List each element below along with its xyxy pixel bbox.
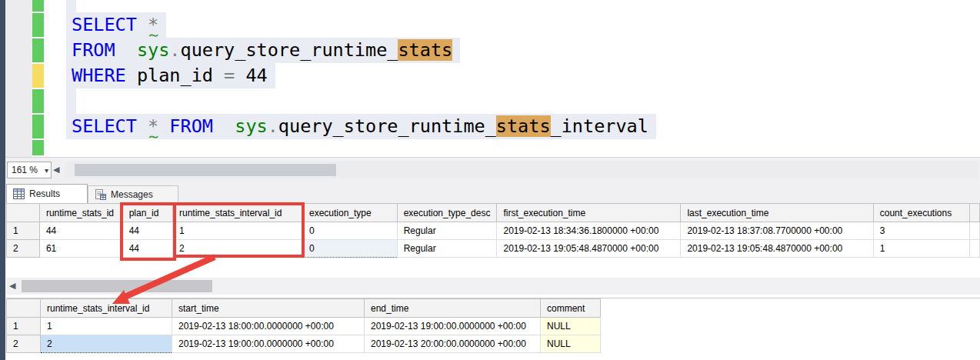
grid2-header-start_time[interactable]: start_time	[172, 299, 365, 318]
tab-results-label: Results	[29, 188, 60, 199]
ssms-window: SELECT *FROM sys.query_store_runtime_sta…	[0, 0, 980, 360]
tab-results[interactable]: Results	[6, 184, 88, 203]
grid1-cell[interactable]: 2019-02-13 18:37:08.7700000 +00:00	[681, 222, 873, 240]
code-line[interactable]: WHERE plan_id = 44	[66, 63, 275, 88]
window-edge-strip	[0, 0, 5, 360]
results-hscrollbar[interactable]: ◀	[6, 278, 980, 295]
grid1-cell[interactable]: 1	[173, 222, 303, 240]
code-token: FROM	[169, 115, 213, 137]
grid2-row: 112019-02-13 18:00:00.0000000 +00:002019…	[7, 318, 601, 335]
grid2-cell[interactable]: 2019-02-13 19:00:00.0000000 +00:00	[365, 318, 541, 335]
code-token: 44	[235, 65, 267, 86]
grid1-cell[interactable]: 2019-02-13 18:34:36.1800000 +00:00	[497, 222, 681, 240]
grid1-cell[interactable]: Regular	[397, 240, 497, 258]
grid2-header-end_time[interactable]: end_time	[365, 299, 541, 318]
squiggle-underline-token: *	[148, 14, 158, 35]
results-hscrollbar-thumb[interactable]	[22, 280, 212, 292]
matched-text-highlight: stats	[398, 39, 452, 61]
matched-text-highlight: stats	[496, 115, 551, 137]
editor-hscrollbar-track[interactable]	[65, 162, 978, 178]
grid2-cell[interactable]: NULL	[541, 318, 601, 335]
grid1-cell[interactable]	[969, 222, 979, 240]
grid2-header-blank[interactable]	[7, 299, 41, 318]
grid2-cell[interactable]: 2019-02-13 18:00:00.0000000 +00:00	[172, 318, 365, 335]
sql-editor[interactable]: SELECT *FROM sys.query_store_runtime_sta…	[5, 0, 980, 157]
grid1-row: 2614420Regular2019-02-13 19:05:48.487000…	[7, 240, 980, 258]
grid2-row: 222019-02-13 19:00:00.0000000 +00:002019…	[7, 335, 601, 353]
grid1-cell[interactable]: 44	[122, 222, 172, 240]
grid1-cell[interactable]: 2019-02-13 19:05:48.4870000 +00:00	[681, 240, 873, 258]
grid1-cell[interactable]: 0	[302, 240, 397, 258]
grid1-header-plan_id[interactable]: plan_id	[122, 204, 172, 222]
code-line[interactable]: FROM sys.query_store_runtime_stats	[66, 38, 460, 63]
grid1-header-runtime_stats_interval_id[interactable]: runtime_stats_interval_id	[173, 204, 303, 222]
code-token: .	[169, 39, 180, 61]
code-token: query_store_runtime_	[278, 115, 496, 137]
results-grid-runtime-stats: runtime_stats_idplan_idruntime_stats_int…	[6, 203, 980, 258]
grid1-cell[interactable]: 61	[39, 240, 122, 258]
code-token	[137, 115, 148, 137]
code-token: .	[268, 115, 278, 137]
editor-zoom-select[interactable]: 161 % ▾	[7, 162, 52, 178]
row-number-cell[interactable]: 2	[7, 335, 41, 353]
grid1-cell[interactable]: 0	[302, 222, 397, 240]
grid1-header-runtime_stats_id[interactable]: runtime_stats_id	[39, 204, 122, 222]
grid1-cell[interactable]	[969, 240, 979, 258]
squiggle-underline-token: *	[148, 115, 158, 137]
grid1-row: 1444410Regular2019-02-13 18:34:36.180000…	[7, 222, 980, 240]
code-token: plan_id	[126, 65, 224, 86]
grid1-header-blank[interactable]	[969, 204, 979, 222]
grid1-cell[interactable]: 2	[173, 240, 303, 258]
row-number-cell[interactable]: 1	[7, 222, 40, 240]
zoom-level-value: 161 %	[12, 165, 38, 175]
grid1-cell[interactable]: 2019-02-13 19:05:48.4870000 +00:00	[497, 240, 681, 258]
grid1-cell[interactable]: 44	[39, 222, 122, 240]
code-token: query_store_runtime_	[181, 39, 398, 61]
grid1-header-last_execution_time[interactable]: last_execution_time	[681, 204, 873, 222]
tab-messages[interactable]: Messages	[88, 185, 178, 203]
grid2-cell[interactable]: 2019-02-13 20:00:00.0000000 +00:00	[365, 335, 541, 353]
row-number-cell[interactable]: 1	[7, 318, 41, 335]
code-token: FROM	[72, 39, 115, 61]
tab-messages-label: Messages	[111, 189, 153, 200]
grid2-cell[interactable]: NULL	[541, 335, 601, 353]
results-tabstrip: Results Messages	[5, 182, 980, 203]
code-token: SELECT	[72, 14, 137, 35]
grid2-cell[interactable]: 1	[41, 318, 172, 335]
grid2-cell[interactable]: 2	[41, 335, 172, 353]
code-token: sys	[235, 115, 267, 137]
code-line[interactable]: SELECT *	[66, 12, 166, 38]
grid1-header-execution_type_desc[interactable]: execution_type_desc	[397, 204, 497, 222]
code-line[interactable]: SELECT * FROM sys.query_store_runtime_st…	[66, 114, 656, 139]
code-token	[158, 115, 169, 137]
editor-bottom-bar: 161 % ▾ ◀	[5, 157, 980, 182]
grid1-cell[interactable]: Regular	[397, 222, 497, 240]
grid1-cell[interactable]: 3	[873, 222, 969, 240]
grid1-header-execution_type[interactable]: execution_type	[302, 204, 397, 222]
results-grid-interval: runtime_stats_interval_idstart_timeend_t…	[6, 298, 601, 353]
code-token: SELECT	[72, 115, 137, 137]
code-line[interactable]	[66, 88, 76, 114]
chevron-down-icon: ▾	[45, 166, 48, 175]
code-line[interactable]	[66, 0, 76, 12]
grid2-cell[interactable]: 2019-02-13 19:00:00.0000000 +00:00	[172, 335, 365, 353]
editor-hscrollbar-thumb[interactable]	[75, 164, 336, 176]
grid1-header-first_execution_time[interactable]: first_execution_time	[497, 204, 681, 222]
results-grid-icon	[13, 188, 25, 199]
grid1-header-count_executions[interactable]: count_executions	[873, 204, 969, 222]
code-token	[115, 39, 137, 61]
scroll-left-icon[interactable]: ◀	[53, 165, 59, 175]
grid1-header-blank[interactable]	[7, 204, 40, 222]
grid1-cell[interactable]: 44	[122, 240, 172, 258]
code-token: _interval	[551, 115, 648, 137]
grid2-header-comment[interactable]: comment	[541, 299, 601, 318]
code-token: WHERE	[72, 65, 126, 86]
code-area[interactable]: SELECT *FROM sys.query_store_runtime_sta…	[5, 0, 980, 157]
messages-document-icon	[95, 189, 106, 200]
grid2-header-runtime_stats_interval_id[interactable]: runtime_stats_interval_id	[41, 299, 172, 318]
code-token	[213, 115, 235, 137]
row-number-cell[interactable]: 2	[7, 240, 40, 258]
grid1-cell[interactable]: 1	[873, 240, 969, 258]
code-token	[137, 14, 148, 35]
scroll-left-icon[interactable]: ◀	[9, 281, 15, 291]
